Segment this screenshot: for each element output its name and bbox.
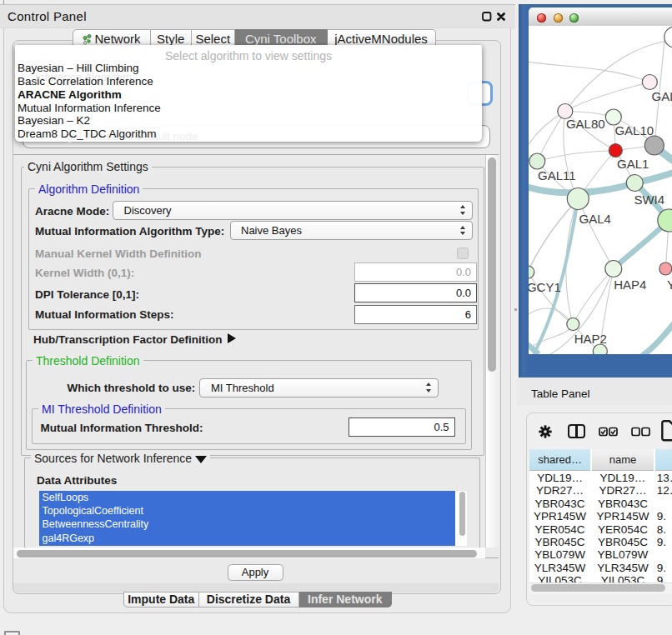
svg-text:HAP4: HAP4 bbox=[614, 277, 646, 291]
svg-text:GAL1: GAL1 bbox=[617, 157, 649, 171]
svg-text:SWI4: SWI4 bbox=[634, 192, 664, 207]
svg-text:HAP2: HAP2 bbox=[574, 331, 606, 345]
svg-text:GAL11: GAL11 bbox=[538, 168, 576, 182]
svg-text:GAL4: GAL4 bbox=[579, 212, 610, 226]
svg-text:GAL10: GAL10 bbox=[614, 123, 654, 138]
svg-text:GAL80: GAL80 bbox=[566, 117, 605, 131]
svg-text:Y: Y bbox=[667, 277, 672, 291]
svg-text:GCY1: GCY1 bbox=[529, 279, 561, 293]
svg-text:GAL7: GAL7 bbox=[651, 89, 672, 103]
